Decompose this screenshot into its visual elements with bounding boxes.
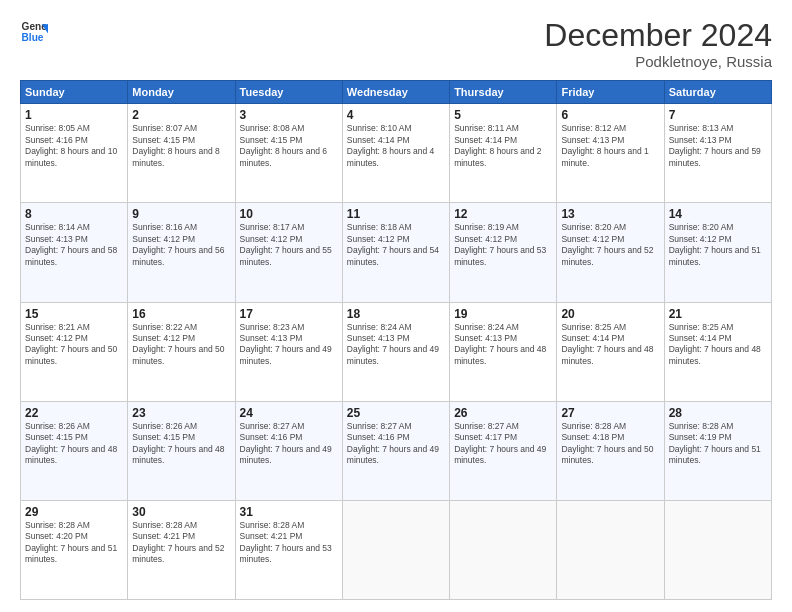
calendar-cell: 10Sunrise: 8:17 AM Sunset: 4:12 PM Dayli… bbox=[235, 203, 342, 302]
day-info: Sunrise: 8:24 AM Sunset: 4:13 PM Dayligh… bbox=[454, 322, 552, 368]
day-number: 22 bbox=[25, 406, 123, 420]
day-number: 7 bbox=[669, 108, 767, 122]
logo: General Blue bbox=[20, 18, 48, 46]
calendar-cell: 15Sunrise: 8:21 AM Sunset: 4:12 PM Dayli… bbox=[21, 302, 128, 401]
calendar-table: SundayMondayTuesdayWednesdayThursdayFrid… bbox=[20, 80, 772, 600]
day-info: Sunrise: 8:05 AM Sunset: 4:16 PM Dayligh… bbox=[25, 123, 123, 169]
svg-text:Blue: Blue bbox=[22, 32, 44, 43]
calendar-cell: 26Sunrise: 8:27 AM Sunset: 4:17 PM Dayli… bbox=[450, 401, 557, 500]
calendar-cell: 21Sunrise: 8:25 AM Sunset: 4:14 PM Dayli… bbox=[664, 302, 771, 401]
day-number: 6 bbox=[561, 108, 659, 122]
calendar-cell: 4Sunrise: 8:10 AM Sunset: 4:14 PM Daylig… bbox=[342, 104, 449, 203]
day-number: 17 bbox=[240, 307, 338, 321]
day-info: Sunrise: 8:20 AM Sunset: 4:12 PM Dayligh… bbox=[669, 222, 767, 268]
weekday-monday: Monday bbox=[128, 81, 235, 104]
day-info: Sunrise: 8:07 AM Sunset: 4:15 PM Dayligh… bbox=[132, 123, 230, 169]
day-info: Sunrise: 8:26 AM Sunset: 4:15 PM Dayligh… bbox=[132, 421, 230, 467]
day-info: Sunrise: 8:10 AM Sunset: 4:14 PM Dayligh… bbox=[347, 123, 445, 169]
day-info: Sunrise: 8:26 AM Sunset: 4:15 PM Dayligh… bbox=[25, 421, 123, 467]
day-info: Sunrise: 8:28 AM Sunset: 4:19 PM Dayligh… bbox=[669, 421, 767, 467]
calendar-cell: 3Sunrise: 8:08 AM Sunset: 4:15 PM Daylig… bbox=[235, 104, 342, 203]
day-info: Sunrise: 8:24 AM Sunset: 4:13 PM Dayligh… bbox=[347, 322, 445, 368]
day-number: 29 bbox=[25, 505, 123, 519]
day-info: Sunrise: 8:27 AM Sunset: 4:17 PM Dayligh… bbox=[454, 421, 552, 467]
day-info: Sunrise: 8:12 AM Sunset: 4:13 PM Dayligh… bbox=[561, 123, 659, 169]
weekday-saturday: Saturday bbox=[664, 81, 771, 104]
calendar-cell: 9Sunrise: 8:16 AM Sunset: 4:12 PM Daylig… bbox=[128, 203, 235, 302]
day-info: Sunrise: 8:16 AM Sunset: 4:12 PM Dayligh… bbox=[132, 222, 230, 268]
calendar-cell: 20Sunrise: 8:25 AM Sunset: 4:14 PM Dayli… bbox=[557, 302, 664, 401]
day-number: 10 bbox=[240, 207, 338, 221]
day-info: Sunrise: 8:25 AM Sunset: 4:14 PM Dayligh… bbox=[669, 322, 767, 368]
day-number: 15 bbox=[25, 307, 123, 321]
day-info: Sunrise: 8:28 AM Sunset: 4:21 PM Dayligh… bbox=[132, 520, 230, 566]
calendar-cell: 23Sunrise: 8:26 AM Sunset: 4:15 PM Dayli… bbox=[128, 401, 235, 500]
calendar-cell: 16Sunrise: 8:22 AM Sunset: 4:12 PM Dayli… bbox=[128, 302, 235, 401]
calendar-cell: 25Sunrise: 8:27 AM Sunset: 4:16 PM Dayli… bbox=[342, 401, 449, 500]
day-number: 14 bbox=[669, 207, 767, 221]
day-info: Sunrise: 8:21 AM Sunset: 4:12 PM Dayligh… bbox=[25, 322, 123, 368]
calendar-cell: 7Sunrise: 8:13 AM Sunset: 4:13 PM Daylig… bbox=[664, 104, 771, 203]
calendar-cell: 31Sunrise: 8:28 AM Sunset: 4:21 PM Dayli… bbox=[235, 500, 342, 599]
day-number: 13 bbox=[561, 207, 659, 221]
day-number: 8 bbox=[25, 207, 123, 221]
calendar-cell: 27Sunrise: 8:28 AM Sunset: 4:18 PM Dayli… bbox=[557, 401, 664, 500]
calendar-title: December 2024 bbox=[544, 18, 772, 53]
day-info: Sunrise: 8:08 AM Sunset: 4:15 PM Dayligh… bbox=[240, 123, 338, 169]
weekday-header-row: SundayMondayTuesdayWednesdayThursdayFrid… bbox=[21, 81, 772, 104]
day-info: Sunrise: 8:17 AM Sunset: 4:12 PM Dayligh… bbox=[240, 222, 338, 268]
calendar-cell bbox=[557, 500, 664, 599]
calendar-cell: 8Sunrise: 8:14 AM Sunset: 4:13 PM Daylig… bbox=[21, 203, 128, 302]
calendar-week-3: 15Sunrise: 8:21 AM Sunset: 4:12 PM Dayli… bbox=[21, 302, 772, 401]
calendar-cell: 17Sunrise: 8:23 AM Sunset: 4:13 PM Dayli… bbox=[235, 302, 342, 401]
day-info: Sunrise: 8:23 AM Sunset: 4:13 PM Dayligh… bbox=[240, 322, 338, 368]
day-number: 19 bbox=[454, 307, 552, 321]
weekday-wednesday: Wednesday bbox=[342, 81, 449, 104]
title-block: December 2024 Podkletnoye, Russia bbox=[544, 18, 772, 70]
day-info: Sunrise: 8:14 AM Sunset: 4:13 PM Dayligh… bbox=[25, 222, 123, 268]
day-number: 26 bbox=[454, 406, 552, 420]
day-number: 18 bbox=[347, 307, 445, 321]
day-info: Sunrise: 8:18 AM Sunset: 4:12 PM Dayligh… bbox=[347, 222, 445, 268]
day-info: Sunrise: 8:22 AM Sunset: 4:12 PM Dayligh… bbox=[132, 322, 230, 368]
day-number: 1 bbox=[25, 108, 123, 122]
calendar-week-5: 29Sunrise: 8:28 AM Sunset: 4:20 PM Dayli… bbox=[21, 500, 772, 599]
calendar-week-1: 1Sunrise: 8:05 AM Sunset: 4:16 PM Daylig… bbox=[21, 104, 772, 203]
day-info: Sunrise: 8:19 AM Sunset: 4:12 PM Dayligh… bbox=[454, 222, 552, 268]
day-number: 3 bbox=[240, 108, 338, 122]
day-number: 21 bbox=[669, 307, 767, 321]
calendar-cell: 30Sunrise: 8:28 AM Sunset: 4:21 PM Dayli… bbox=[128, 500, 235, 599]
day-number: 30 bbox=[132, 505, 230, 519]
day-info: Sunrise: 8:13 AM Sunset: 4:13 PM Dayligh… bbox=[669, 123, 767, 169]
day-number: 2 bbox=[132, 108, 230, 122]
day-info: Sunrise: 8:11 AM Sunset: 4:14 PM Dayligh… bbox=[454, 123, 552, 169]
day-info: Sunrise: 8:25 AM Sunset: 4:14 PM Dayligh… bbox=[561, 322, 659, 368]
day-number: 24 bbox=[240, 406, 338, 420]
calendar-week-2: 8Sunrise: 8:14 AM Sunset: 4:13 PM Daylig… bbox=[21, 203, 772, 302]
weekday-tuesday: Tuesday bbox=[235, 81, 342, 104]
day-info: Sunrise: 8:28 AM Sunset: 4:20 PM Dayligh… bbox=[25, 520, 123, 566]
calendar-cell: 22Sunrise: 8:26 AM Sunset: 4:15 PM Dayli… bbox=[21, 401, 128, 500]
day-number: 5 bbox=[454, 108, 552, 122]
calendar-cell: 1Sunrise: 8:05 AM Sunset: 4:16 PM Daylig… bbox=[21, 104, 128, 203]
calendar-cell: 14Sunrise: 8:20 AM Sunset: 4:12 PM Dayli… bbox=[664, 203, 771, 302]
day-number: 28 bbox=[669, 406, 767, 420]
calendar-cell: 13Sunrise: 8:20 AM Sunset: 4:12 PM Dayli… bbox=[557, 203, 664, 302]
day-number: 20 bbox=[561, 307, 659, 321]
calendar-cell: 5Sunrise: 8:11 AM Sunset: 4:14 PM Daylig… bbox=[450, 104, 557, 203]
weekday-sunday: Sunday bbox=[21, 81, 128, 104]
day-info: Sunrise: 8:20 AM Sunset: 4:12 PM Dayligh… bbox=[561, 222, 659, 268]
calendar-cell: 12Sunrise: 8:19 AM Sunset: 4:12 PM Dayli… bbox=[450, 203, 557, 302]
calendar-cell: 6Sunrise: 8:12 AM Sunset: 4:13 PM Daylig… bbox=[557, 104, 664, 203]
calendar-week-4: 22Sunrise: 8:26 AM Sunset: 4:15 PM Dayli… bbox=[21, 401, 772, 500]
day-number: 12 bbox=[454, 207, 552, 221]
day-info: Sunrise: 8:27 AM Sunset: 4:16 PM Dayligh… bbox=[347, 421, 445, 467]
weekday-thursday: Thursday bbox=[450, 81, 557, 104]
calendar-cell bbox=[342, 500, 449, 599]
day-number: 11 bbox=[347, 207, 445, 221]
day-number: 31 bbox=[240, 505, 338, 519]
calendar-cell: 2Sunrise: 8:07 AM Sunset: 4:15 PM Daylig… bbox=[128, 104, 235, 203]
calendar-cell bbox=[664, 500, 771, 599]
calendar-cell: 11Sunrise: 8:18 AM Sunset: 4:12 PM Dayli… bbox=[342, 203, 449, 302]
calendar-cell: 19Sunrise: 8:24 AM Sunset: 4:13 PM Dayli… bbox=[450, 302, 557, 401]
